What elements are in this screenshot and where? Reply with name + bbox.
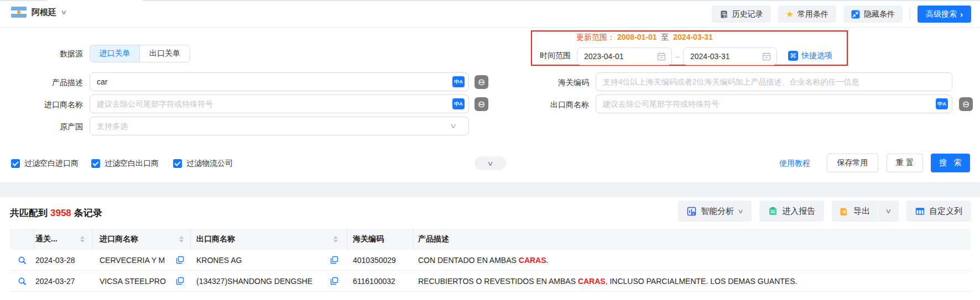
customize-columns-button[interactable]: 自定义列	[906, 201, 971, 222]
analysis-chart-icon: BI	[687, 207, 696, 216]
history-icon	[720, 10, 728, 19]
cell-description: CON DENTADO EN AMBAS CARAS.	[414, 256, 970, 265]
topbar-actions: 历史记录 ★ 常用条件 隐藏条件 高级搜索 ›	[712, 6, 971, 23]
checkbox-checked-icon	[11, 159, 20, 168]
tab-export-declarations[interactable]: 出口关单	[140, 45, 190, 62]
quick-options-link[interactable]: ⌘ 快捷选项	[788, 51, 832, 61]
sort-icon[interactable]	[333, 236, 338, 243]
datasource-tabs: 进口关单 出口关单	[90, 45, 190, 62]
country-selector[interactable]: 阿根廷 ∨	[11, 7, 66, 18]
advanced-search-button[interactable]: 高级搜索 ›	[918, 6, 971, 23]
header-clearance-date-label: 通关...	[35, 234, 58, 244]
smart-analysis-button[interactable]: BI 智能分析 ∨	[678, 201, 752, 222]
description-text: CON DENTADO EN AMBAS	[418, 256, 519, 265]
cell-importer: VICSA STEELPRO	[100, 277, 166, 286]
export-split-button: 导出 ∨	[832, 201, 899, 222]
translate-icon[interactable]: 中A	[936, 98, 948, 109]
exclude-toggle-icon[interactable]: ⊖	[475, 75, 488, 89]
chevron-down-icon[interactable]: ∨	[450, 122, 457, 130]
tutorial-link[interactable]: 使用教程	[779, 159, 810, 169]
checkbox-checked-icon	[173, 159, 182, 168]
calendar-icon[interactable]	[657, 52, 666, 61]
smart-analysis-label: 智能分析	[701, 206, 734, 217]
hs-code-input[interactable]	[596, 72, 952, 91]
exporter-name-input[interactable]	[596, 94, 952, 113]
detail-search-icon[interactable]	[18, 277, 27, 286]
time-range-label: 时间范围	[499, 51, 571, 61]
chevron-right-icon: ›	[960, 9, 963, 19]
chevron-down-icon: ∨	[885, 207, 892, 215]
advanced-search-label: 高级搜索	[926, 9, 957, 19]
header-clearance-date[interactable]: 通关...	[34, 229, 93, 250]
copy-icon[interactable]	[176, 277, 184, 285]
results-section: 共匹配到3958条记录 BI 智能分析 ∨ 进入报告	[0, 197, 980, 300]
product-description-input[interactable]	[90, 72, 469, 91]
copy-icon[interactable]	[176, 256, 184, 264]
cell-hs-code: 4010350029	[347, 256, 414, 265]
favorite-conditions-label: 常用条件	[797, 9, 828, 19]
hide-conditions-button[interactable]: 隐藏条件	[843, 6, 903, 23]
svg-text:BI: BI	[692, 212, 695, 215]
copy-icon[interactable]	[330, 277, 338, 285]
exclude-toggle-icon[interactable]: ⊖	[475, 97, 488, 111]
translate-icon[interactable]: 中A	[452, 98, 465, 109]
topbar: 阿根廷 ∨ 历史记录 ★ 常用条件	[0, 0, 980, 28]
section-divider	[0, 182, 980, 197]
table-row[interactable]: 2024-03-28 CERVECERIA Y M KRONES AG 4010	[10, 250, 970, 271]
origin-country-select[interactable]	[90, 117, 469, 135]
exclude-toggle-icon[interactable]: ⊖	[959, 97, 973, 111]
table-header-row: 通关... 进口商名称 出口商名称 海关编码 产品描述	[10, 229, 970, 250]
table-row[interactable]: 2024-03-27 VICSA STEELPRO (134327)SHANDO…	[10, 271, 970, 292]
top-edge-line	[0, 0, 980, 1]
results-table: 通关... 进口商名称 出口商名称 海关编码 产品描述	[10, 229, 970, 292]
export-label: 导出	[853, 206, 870, 217]
export-dropdown-button[interactable]: ∨	[878, 201, 899, 222]
cell-date: 2024-03-28	[34, 256, 93, 265]
header-exporter-name[interactable]: 出口商名称	[191, 229, 347, 250]
description-text: RECUBIERTOS O REVESTIDOS EN AMBAS	[418, 277, 578, 286]
search-button[interactable]: 搜 索	[931, 154, 970, 172]
enter-report-button[interactable]: 进入报告	[759, 201, 824, 222]
update-range-to: 至	[661, 33, 669, 41]
header-importer-label: 进口商名称	[100, 234, 138, 244]
history-button[interactable]: 历史记录	[712, 6, 771, 23]
sort-icon[interactable]	[179, 236, 184, 243]
filter-logistics-checkbox[interactable]: 过滤物流公司	[173, 159, 233, 169]
reset-button[interactable]: 重 置	[887, 154, 923, 172]
header-product-description: 产品描述	[414, 229, 970, 250]
export-button[interactable]: 导出	[832, 201, 878, 222]
datasource-label: 数据源	[11, 49, 83, 59]
update-range-end: 2024-03-31	[673, 33, 713, 41]
importer-name-input[interactable]	[90, 94, 469, 113]
header-hs-code: 海关编码	[347, 229, 414, 250]
chevron-down-icon: ∨	[487, 160, 493, 167]
top-edge-gap	[47, 0, 143, 1]
description-highlight: CARAS	[578, 277, 606, 286]
cell-importer: CERVECERIA Y M	[100, 256, 165, 265]
date-separator: –	[675, 52, 680, 61]
header-detail-column	[10, 229, 34, 250]
save-conditions-button[interactable]: 保存常用	[827, 154, 878, 172]
detail-search-icon[interactable]	[18, 256, 27, 265]
cell-hs-code: 6116100032	[347, 277, 414, 286]
cell-description: RECUBIERTOS O REVESTIDOS EN AMBAS CARAS,…	[414, 277, 970, 286]
tab-import-declarations[interactable]: 进口关单	[90, 45, 140, 62]
copy-icon[interactable]	[330, 256, 338, 264]
calendar-icon[interactable]	[762, 52, 771, 61]
filter-blank-exporter-checkbox[interactable]: 过滤空白出口商	[91, 159, 159, 169]
product-description-label: 产品描述	[11, 78, 83, 88]
favorite-conditions-button[interactable]: ★ 常用条件	[778, 6, 836, 23]
sort-icon[interactable]	[80, 236, 85, 243]
summary-prefix: 共匹配到	[10, 208, 48, 218]
header-importer-name[interactable]: 进口商名称	[93, 229, 191, 250]
update-range-line: 更新范围： 2008-01-01 至 2024-03-31	[576, 33, 713, 43]
collapse-form-button[interactable]: ∨	[475, 156, 506, 170]
filter-blank-importer-checkbox[interactable]: 过滤空白进口商	[11, 159, 79, 169]
cell-exporter: (134327)SHANDONG DENGSHE	[196, 277, 312, 286]
star-icon: ★	[786, 10, 794, 19]
trade-search-page: 阿根廷 ∨ 历史记录 ★ 常用条件	[0, 0, 980, 300]
update-range-label: 更新范围：	[576, 33, 615, 41]
export-icon	[840, 207, 849, 216]
translate-icon[interactable]: 中A	[452, 76, 465, 87]
hs-code-label: 海关编码	[517, 78, 589, 88]
